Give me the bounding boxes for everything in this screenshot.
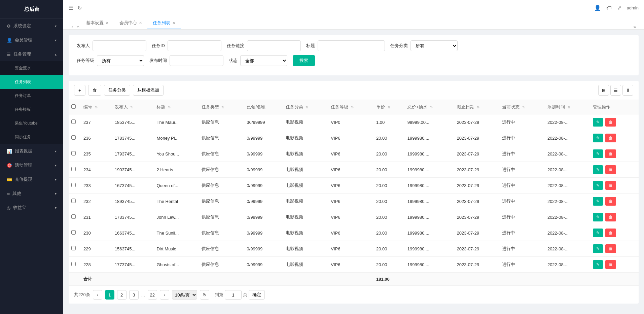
edit-button[interactable]: ✎ — [593, 197, 603, 206]
tab-close-tasklist[interactable]: ✕ — [172, 21, 175, 25]
view-grid-button[interactable]: ⊞ — [598, 85, 609, 96]
add-button[interactable]: + — [74, 85, 85, 96]
select-all-checkbox[interactable] — [71, 104, 76, 109]
sidebar-item-tasklist[interactable]: 任务列表 — [0, 75, 63, 89]
publishtime-input[interactable] — [170, 55, 223, 66]
row-addtime: 2022-08-... — [545, 162, 590, 178]
edit-button[interactable]: ✎ — [593, 213, 603, 221]
category-button[interactable]: 任务分类 — [104, 85, 130, 96]
delete-button[interactable]: 🗑 — [88, 85, 101, 96]
row-title: Queen of... — [154, 178, 199, 194]
chevron-down-icon: ▾ — [55, 192, 57, 196]
goto-input[interactable] — [225, 290, 242, 300]
row-tasktype: 供应信息 — [199, 146, 244, 162]
delete-row-button[interactable]: 🗑 — [605, 197, 616, 206]
task-table: 编号 ⇅ 发布人 ⇅ 标题 ⇅ 任务类型 ⇅ 已领/名额 任务分类 ⇅ 任务等级… — [69, 100, 639, 286]
plus-icon: + — [78, 88, 81, 93]
row-price: 20.00 — [373, 130, 405, 146]
row-deadline: 2023-07-29 — [454, 241, 500, 257]
prev-page-button[interactable]: ‹ — [93, 290, 102, 300]
delete-row-button[interactable]: 🗑 — [605, 165, 616, 174]
tab-tasklist[interactable]: 任务列表 ✕ — [147, 17, 181, 29]
sidebar-item-task[interactable]: ☰ 任务管理 ▴ — [0, 47, 63, 61]
tab-basic[interactable]: 基本设置 ✕ — [81, 17, 114, 29]
page-size-select[interactable]: 10条/页 20条/页 50条/页 — [172, 290, 197, 300]
edit-button[interactable]: ✎ — [593, 260, 603, 269]
tab-close-basic[interactable]: ✕ — [106, 21, 109, 25]
row-quota: 0/99999 — [244, 146, 283, 162]
delete-row-button[interactable]: 🗑 — [605, 149, 616, 158]
sidebar-item-synctask[interactable]: 同步任务 — [0, 130, 63, 144]
delete-row-button[interactable]: 🗑 — [605, 244, 616, 253]
sidebar-item-activity[interactable]: 🎯 活动管理 ▾ — [0, 158, 63, 172]
delete-row-button[interactable]: 🗑 — [605, 118, 616, 127]
sidebar-item-member[interactable]: 👤 会员管理 ▾ — [0, 33, 63, 47]
edit-button[interactable]: ✎ — [593, 118, 603, 127]
row-tasktype: 供应信息 — [199, 130, 244, 146]
sidebar-item-taskorder[interactable]: 任务订单 — [0, 89, 63, 103]
table-toolbar: + 🗑 任务分类 从模板添加 ⊞ ☰ ⬇ — [69, 81, 639, 100]
page-1-button[interactable]: 1 — [105, 290, 114, 300]
delete-row-button[interactable]: 🗑 — [605, 260, 616, 269]
sidebar-item-income[interactable]: ◎ 收益宝 ▾ — [0, 201, 63, 215]
filter-publishtime: 发布时间 — [149, 55, 223, 66]
sidebar-item-zijin[interactable]: 资金流水 — [0, 61, 63, 75]
row-id: 228 — [81, 257, 112, 273]
page-22-button[interactable]: 22 — [148, 290, 157, 300]
username-display[interactable]: admin — [627, 5, 639, 10]
edit-button[interactable]: ✎ — [593, 229, 603, 237]
expand-icon[interactable]: ⤢ — [617, 5, 621, 11]
sidebar-item-label: 会员管理 — [15, 37, 55, 43]
edit-button[interactable]: ✎ — [593, 165, 603, 174]
sidebar-item-youtube[interactable]: 采集Youtube — [0, 116, 63, 130]
tasklevel-select[interactable]: 所有 VIP0 VIP6 — [97, 55, 144, 66]
tab-member[interactable]: 会员中心 ✕ — [114, 17, 147, 29]
taskid-input[interactable] — [168, 40, 221, 51]
sidebar-item-report[interactable]: 📊 报表数据 ▾ — [0, 144, 63, 158]
table-row: 237 1853745... The Maur... 供应信息 36/99999… — [69, 114, 639, 130]
delete-row-button[interactable]: 🗑 — [605, 213, 616, 221]
sidebar-item-recharge[interactable]: 💳 充值提现 ▾ — [0, 172, 63, 186]
pagination-refresh-button[interactable]: ↻ — [200, 290, 209, 300]
next-page-button[interactable]: › — [160, 290, 169, 300]
delete-row-button[interactable]: 🗑 — [605, 181, 616, 190]
search-button[interactable]: 搜索 — [293, 55, 315, 66]
edit-button[interactable]: ✎ — [593, 244, 603, 253]
tab-nav-back[interactable]: ‹ — [69, 24, 75, 29]
tasklink-input[interactable] — [247, 40, 301, 51]
row-checkbox — [69, 178, 81, 194]
table-row: 231 1733745... John Lew... 供应信息 0/99999 … — [69, 209, 639, 225]
page-3-button[interactable]: 3 — [129, 290, 139, 300]
row-total: 1999980.... — [405, 257, 454, 273]
export-button[interactable]: ⬇ — [622, 85, 633, 96]
status-select[interactable]: 全部 进行中 已结束 — [240, 55, 287, 66]
row-publisher: 1673745... — [112, 178, 154, 194]
sidebar-item-system[interactable]: ⚙ 系统设定 ▾ — [0, 19, 63, 33]
edit-button[interactable]: ✎ — [593, 181, 603, 190]
sidebar-item-other[interactable]: ∞ 其他 ▾ — [0, 186, 63, 201]
view-list-button[interactable]: ☰ — [610, 85, 621, 96]
row-addtime: 2022-08-... — [545, 209, 590, 225]
sidebar-item-tasktemplate[interactable]: 任务模板 — [0, 103, 63, 116]
row-actions: ✎ 🗑 — [590, 257, 639, 273]
tab-close-member[interactable]: ✕ — [139, 21, 142, 25]
goto-confirm-button[interactable]: 确定 — [249, 290, 265, 300]
row-price: 20.00 — [373, 257, 405, 273]
menu-icon[interactable]: ☰ — [69, 5, 73, 11]
tab-nav-home[interactable]: ⌂ — [75, 24, 81, 29]
tab-nav-more[interactable]: » — [631, 24, 639, 29]
page-2-button[interactable]: 2 — [117, 290, 127, 300]
delete-row-button[interactable]: 🗑 — [605, 229, 616, 237]
delete-row-button[interactable]: 🗑 — [605, 134, 616, 142]
publisher-input[interactable] — [93, 40, 146, 51]
tag-icon[interactable]: 🏷 — [606, 5, 612, 11]
user-setting-icon[interactable]: 👤 — [594, 5, 601, 11]
th-action: 管理操作 — [590, 100, 639, 114]
edit-button[interactable]: ✎ — [593, 134, 603, 142]
table-row: 228 1773745... Ghosts of... 供应信息 0/99999… — [69, 257, 639, 273]
refresh-icon[interactable]: ↻ — [77, 5, 82, 11]
taskcategory-select[interactable]: 所有 电影视频 — [410, 40, 458, 51]
title-input[interactable] — [318, 40, 385, 51]
template-button[interactable]: 从模板添加 — [133, 85, 164, 96]
edit-button[interactable]: ✎ — [593, 149, 603, 158]
